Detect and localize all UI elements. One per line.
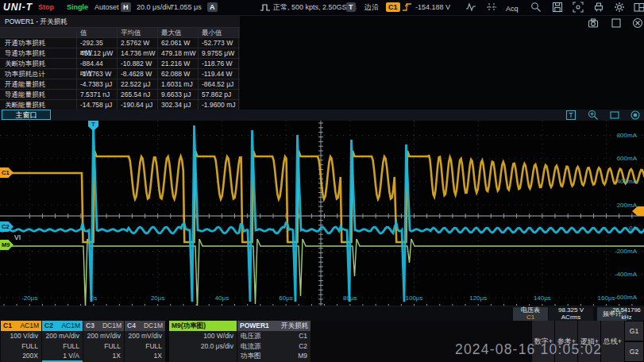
channel-block-c3[interactable]: C3DC1M200 mV/divFULL1X bbox=[83, 321, 124, 362]
x-tick-label: 160μs bbox=[589, 295, 624, 302]
channel-setting: 200 mA/div bbox=[42, 331, 83, 341]
trigger-source[interactable]: C1 bbox=[386, 2, 400, 12]
channel-coupling: DC1M bbox=[144, 321, 163, 331]
x-tick-label: 60μs bbox=[268, 295, 303, 302]
channel-block-c4[interactable]: C4DC1M200 mV/divFULL1X bbox=[125, 321, 165, 362]
brand-logo: UNI-T bbox=[3, 0, 33, 14]
col-header-mean: 平均值 bbox=[118, 28, 158, 37]
screenshot-icon[interactable] bbox=[573, 2, 584, 16]
datetime-overlay: 2024-08-16 10:05:02 bbox=[455, 341, 602, 358]
power-row-value: C2 bbox=[299, 341, 307, 352]
freq-counter-unit: kHz bbox=[609, 314, 644, 322]
measure-cell: 479.18 mW bbox=[158, 48, 199, 58]
voltmeter-label-block[interactable]: 电压表 C1 bbox=[513, 307, 548, 321]
power-panel-block[interactable]: POWER1 开关损耗 电压源C1电流源C2功率图M9 bbox=[237, 321, 310, 362]
x-tick-label: 0s bbox=[76, 295, 111, 302]
power-panel-rows: 电压源C1电流源C2功率图M9 bbox=[237, 331, 310, 361]
math-block-m9[interactable]: M9(功率图) 100 W/div20.0 μs/div bbox=[169, 321, 237, 362]
delay-value[interactable]: 71.055 μs bbox=[170, 0, 202, 14]
autoset-button[interactable]: Autoset bbox=[94, 0, 119, 14]
top-bar: UNI-T Stop Single Autoset H 20.0 μs/div … bbox=[0, 0, 644, 16]
search-icon[interactable] bbox=[530, 2, 542, 16]
camera-icon[interactable] bbox=[588, 17, 599, 29]
x-tick-label: 80μs bbox=[333, 295, 368, 302]
oscilloscope-screen: UNI-T Stop Single Autoset H 20.0 μs/div … bbox=[0, 0, 644, 362]
m9-setting: 100 W/div bbox=[169, 331, 237, 341]
measure-row: 开通能量损耗-4.7383 μJ22.522 μJ1.6031 mJ-864.5… bbox=[0, 79, 240, 89]
print-icon[interactable] bbox=[593, 2, 604, 16]
g-key-g2[interactable]: G2 bbox=[624, 341, 644, 362]
window-icon[interactable] bbox=[611, 17, 622, 29]
save-icon[interactable] bbox=[552, 2, 563, 16]
channel-block-c1[interactable]: C1AC1M100 V/divFULL200X bbox=[1, 321, 41, 362]
x-tick-label: 140μs bbox=[525, 295, 560, 302]
measure-cell: -292.35 mW bbox=[77, 38, 118, 48]
layout-icon[interactable] bbox=[634, 2, 644, 16]
measure-cell: -190.64 μJ bbox=[118, 100, 158, 110]
power-row-value: C1 bbox=[299, 331, 307, 341]
voltmeter-value-block: 98.325 V ACrms bbox=[549, 307, 593, 321]
horizontal-chip[interactable]: H bbox=[121, 2, 131, 12]
trigger-type[interactable]: 边沿 bbox=[364, 0, 379, 14]
cursor-icon[interactable] bbox=[486, 2, 497, 16]
acquire-chip[interactable]: A bbox=[207, 2, 218, 12]
measure-cell: 1.6031 mJ bbox=[158, 79, 199, 89]
y-tick-label: 200mA bbox=[617, 202, 637, 209]
vi-label: VI bbox=[14, 233, 21, 241]
softkey-4[interactable]: 总线+ bbox=[600, 321, 624, 362]
trigger-chip[interactable]: T bbox=[346, 2, 356, 12]
tab-main-window[interactable]: 主窗口 bbox=[2, 110, 51, 120]
power-row-label: 功率图 bbox=[241, 351, 261, 361]
channel-header: C1AC1M bbox=[1, 321, 41, 331]
measure-cell: 57.862 pJ bbox=[199, 90, 239, 99]
measure-table-body: 开通功率损耗-292.35 mW2.5762 W62.061 W-52.773 … bbox=[0, 37, 240, 120]
measure-row-label: 导通功率损耗 bbox=[0, 48, 77, 58]
channel-setting: 1X bbox=[125, 351, 165, 361]
acquire-button[interactable]: Acq bbox=[506, 2, 519, 16]
measure-cell: -4.7383 μJ bbox=[77, 79, 118, 89]
measure-row-label: 开通能量损耗 bbox=[0, 79, 77, 89]
timebase-value[interactable]: 20.0 μs/div bbox=[137, 0, 172, 14]
measure-row: 导通能量损耗7.5371 nJ265.54 nJ9.6633 μJ57.862 … bbox=[0, 89, 240, 99]
m9-setting: 20.0 μs/div bbox=[169, 341, 237, 352]
measure-row-label: 开通功率损耗 bbox=[0, 38, 77, 48]
measure-cell: -119.44 W bbox=[199, 69, 239, 79]
x-tick-label: -20μs bbox=[12, 295, 47, 302]
freq-counter-value-block: 26.541796 kHz bbox=[628, 307, 644, 321]
y-tick-label: -200mA bbox=[615, 248, 637, 255]
channel-setting: FULL bbox=[42, 341, 83, 352]
channel-name: C1 bbox=[3, 321, 12, 331]
y-tick-label: 600mA bbox=[617, 155, 637, 162]
run-state-button[interactable]: Stop bbox=[38, 0, 54, 14]
measure-row-label: 关断功率损耗 bbox=[0, 59, 77, 68]
m9-settings: 100 W/div20.0 μs/div bbox=[169, 331, 237, 351]
measure-cell: 9.9755 μW bbox=[199, 48, 239, 58]
voltmeter-source: C1 bbox=[513, 314, 548, 322]
channel-name: C3 bbox=[86, 321, 94, 331]
single-mode-button[interactable]: Single bbox=[67, 0, 88, 14]
measure-cell: 9.6633 μJ bbox=[158, 90, 199, 99]
measure-icon[interactable] bbox=[465, 2, 476, 16]
measure-cell: 22.522 μJ bbox=[118, 79, 158, 89]
trigger-level-value[interactable]: -154.188 V bbox=[415, 0, 450, 14]
measure-row-label: 功率损耗总计 bbox=[0, 69, 77, 79]
channel-coupling: DC1M bbox=[102, 321, 121, 331]
channel-coupling: AC1M bbox=[61, 321, 80, 331]
channel-header: C3DC1M bbox=[83, 321, 124, 331]
y-tick-label: 400mA bbox=[617, 178, 637, 185]
settings-icon[interactable] bbox=[614, 2, 625, 16]
x-tick-label: 20μs bbox=[141, 295, 175, 302]
close-icon[interactable] bbox=[632, 17, 643, 29]
channel-name: C4 bbox=[127, 321, 136, 331]
measure-cell: 62.088 W bbox=[158, 69, 199, 79]
measure-cell: 2.5762 W bbox=[118, 38, 158, 48]
channel-block-c2[interactable]: C2AC1M200 mA/divFULL1 V/A bbox=[42, 321, 83, 362]
channel-name: C2 bbox=[44, 321, 53, 331]
waveform-display: T C1 C2 M9 VI 800mA600mA400mA200mA0A-200… bbox=[0, 121, 644, 306]
g-key-g1[interactable]: G1 bbox=[624, 321, 644, 341]
channel-setting: 1 V/A bbox=[42, 351, 83, 361]
power-panel-title: POWER1 bbox=[240, 321, 269, 331]
power-measure-table: POWER1 - 开关损耗 值 平均值 最大值 最小值 开通功率损耗-292.3… bbox=[0, 16, 240, 120]
measure-cell: 302.34 μJ bbox=[158, 100, 199, 110]
measure-row: 关断能量损耗-14.758 μJ-190.64 μJ302.34 μJ-1.96… bbox=[0, 99, 240, 110]
